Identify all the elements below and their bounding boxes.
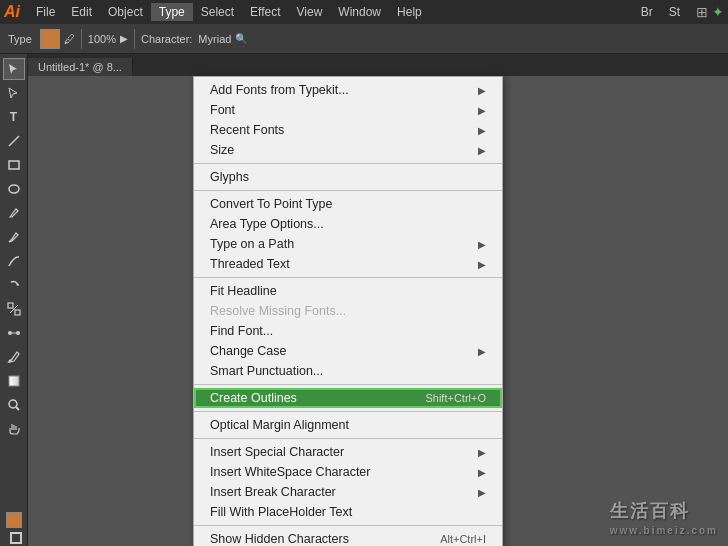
menu-convert-point-type[interactable]: Convert To Point Type [194,194,502,214]
menu-area-type-options[interactable]: Area Type Options... [194,214,502,234]
menu-glyphs[interactable]: Glyphs [194,167,502,187]
brush-tool[interactable] [3,250,25,272]
eyedropper-tool[interactable] [3,346,25,368]
tool-panel: T [0,54,28,546]
separator-1 [81,29,82,49]
menu-window[interactable]: Window [330,3,389,21]
rect-tool[interactable] [3,154,25,176]
font-name: Myriad [198,33,231,45]
menu-size[interactable]: Size ▶ [194,140,502,160]
app-body: T [0,54,728,546]
menu-type-on-path[interactable]: Type on a Path ▶ [194,234,502,254]
menu-object[interactable]: Object [100,3,151,21]
watermark-url: www.bimeiz.com [610,525,718,536]
svg-point-7 [8,331,12,335]
svg-line-13 [16,407,19,410]
menu-insert-break[interactable]: Insert Break Character ▶ [194,482,502,502]
bridge-button[interactable]: Br [633,3,661,21]
menu-resolve-missing-fonts: Resolve Missing Fonts... [194,301,502,321]
menu-type[interactable]: Type [151,3,193,21]
canvas-area: Untitled-1* @ 8... Add Fonts from Typeki… [28,54,728,546]
menu-insert-special[interactable]: Insert Special Character ▶ [194,442,502,462]
select-tool[interactable] [3,58,25,80]
menu-font[interactable]: Font ▶ [194,100,502,120]
menu-view[interactable]: View [289,3,331,21]
menu-insert-whitespace[interactable]: Insert WhiteSpace Character ▶ [194,462,502,482]
document-tab[interactable]: Untitled-1* @ 8... [28,58,133,76]
options-toolbar: Type 🖊 100% ▶ Character: Myriad 🔍 [0,24,728,54]
zoom-label: 100% [88,33,116,45]
menu-section-4: Fit Headline Resolve Missing Fonts... Fi… [194,277,502,384]
ellipse-tool[interactable] [3,178,25,200]
menu-change-case[interactable]: Change Case ▶ [194,341,502,361]
menu-bar: Ai File Edit Object Type Select Effect V… [0,0,728,24]
zoom-arrow-icon: ▶ [120,33,128,44]
tool-label: Type [8,33,32,45]
svg-point-10 [8,360,11,363]
menu-optical-margin[interactable]: Optical Margin Alignment [194,415,502,435]
color-swatch[interactable] [40,29,60,49]
menu-smart-punctuation[interactable]: Smart Punctuation... [194,361,502,381]
menu-create-outlines[interactable]: Create Outlines Shift+Ctrl+O [194,388,502,408]
arrange-icon: ⊞ [696,4,708,20]
rotate-tool[interactable] [3,274,25,296]
menu-recent-fonts[interactable]: Recent Fonts ▶ [194,120,502,140]
stroke-color[interactable] [10,532,22,544]
sync-icon: ✦ [712,4,724,20]
menu-edit[interactable]: Edit [63,3,100,21]
type-dropdown-menu[interactable]: Add Fonts from Typekit... ▶ Font ▶ Recen… [193,76,503,546]
tab-bar: Untitled-1* @ 8... [28,54,728,76]
stock-button[interactable]: St [661,3,688,21]
menu-fill-placeholder[interactable]: Fill With PlaceHolder Text [194,502,502,522]
svg-rect-5 [15,310,20,315]
svg-point-12 [9,400,17,408]
menu-fit-headline[interactable]: Fit Headline [194,281,502,301]
line-tool[interactable] [3,130,25,152]
menu-show-hidden[interactable]: Show Hidden Characters Alt+Ctrl+I [194,529,502,546]
search-icon: 🔍 [235,33,247,44]
menu-threaded-text[interactable]: Threaded Text ▶ [194,254,502,274]
zoom-tool[interactable] [3,394,25,416]
menu-section-3: Convert To Point Type Area Type Options.… [194,190,502,277]
dropdown-overlay: Add Fonts from Typekit... ▶ Font ▶ Recen… [28,76,728,546]
svg-rect-1 [9,161,19,169]
svg-rect-11 [9,376,19,386]
watermark-container: 生活百科 www.bimeiz.com [610,499,718,536]
menu-add-fonts[interactable]: Add Fonts from Typekit... ▶ [194,80,502,100]
menu-find-font[interactable]: Find Font... [194,321,502,341]
svg-point-2 [9,185,19,193]
svg-point-8 [16,331,20,335]
menu-effect[interactable]: Effect [242,3,288,21]
menu-select[interactable]: Select [193,3,242,21]
svg-line-6 [10,305,18,313]
menu-file[interactable]: File [28,3,63,21]
canvas-content: Add Fonts from Typekit... ▶ Font ▶ Recen… [28,76,728,546]
watermark-text: 生活百科 [610,499,718,523]
menu-section-8: Show Hidden Characters Alt+Ctrl+I [194,525,502,546]
pen-tool[interactable] [3,202,25,224]
menu-section-5: Create Outlines Shift+Ctrl+O [194,384,502,411]
pencil-tool[interactable] [3,226,25,248]
direct-select-tool[interactable] [3,82,25,104]
blend-tool[interactable] [3,322,25,344]
menu-section-6: Optical Margin Alignment [194,411,502,438]
app-logo: Ai [4,3,20,21]
svg-rect-4 [8,303,13,308]
character-label: Character: [141,33,192,45]
scale-tool[interactable] [3,298,25,320]
menu-section-7: Insert Special Character ▶ Insert WhiteS… [194,438,502,525]
menu-section-1: Add Fonts from Typekit... ▶ Font ▶ Recen… [194,77,502,163]
menu-section-2: Glyphs [194,163,502,190]
hand-tool[interactable] [3,418,25,440]
svg-line-0 [9,136,19,146]
eyedropper-icon: 🖊 [64,33,75,45]
type-tool[interactable]: T [3,106,25,128]
gradient-tool[interactable] [3,370,25,392]
fill-color[interactable] [6,512,22,528]
separator-2 [134,29,135,49]
menu-help[interactable]: Help [389,3,430,21]
